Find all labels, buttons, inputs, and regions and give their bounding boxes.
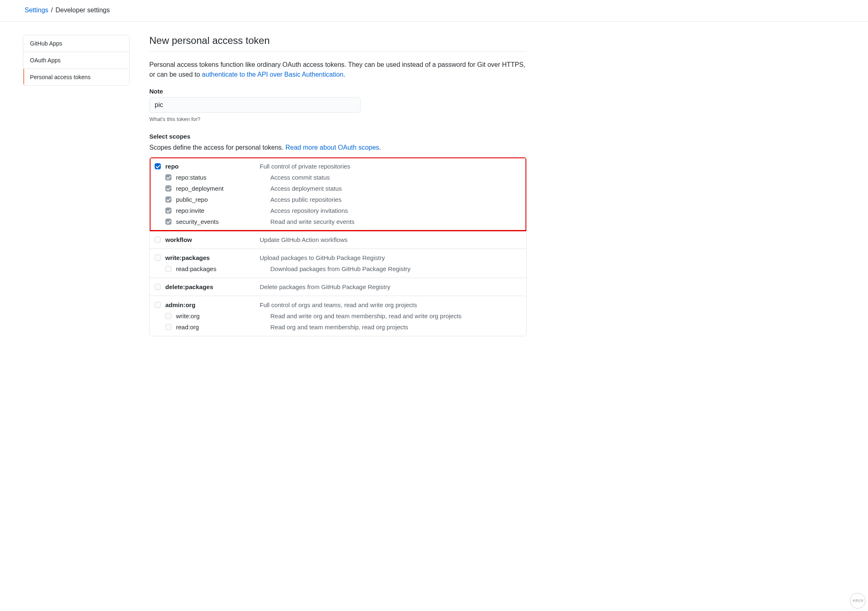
scopes-readmore-link[interactable]: Read more about OAuth scopes	[286, 144, 379, 151]
scope-desc: Full control of private repositories	[260, 163, 521, 170]
scope-name: security_events	[176, 218, 270, 225]
scope-checkbox-write-org[interactable]	[165, 313, 171, 319]
scope-group-write-packages: write:packagesUpload packages to GitHub …	[150, 249, 526, 278]
scope-name: public_repo	[176, 196, 270, 203]
scope-checkbox-delete-packages[interactable]	[155, 284, 161, 290]
scope-desc: Download packages from GitHub Package Re…	[270, 265, 521, 272]
scope-row-admin-org: admin:orgFull control of orgs and teams,…	[155, 299, 521, 310]
scope-checkbox-repo-status	[165, 174, 171, 180]
main-content: New personal access token Personal acces…	[149, 35, 527, 336]
scope-row-write-org: write:orgRead and write org and team mem…	[155, 310, 521, 321]
select-scopes-heading: Select scopes	[149, 133, 527, 140]
scope-desc: Upload packages to GitHub Package Regist…	[260, 254, 521, 261]
scope-row-repo-status: repo:statusAccess commit status	[155, 172, 521, 183]
scope-row-delete-packages: delete:packagesDelete packages from GitH…	[155, 281, 521, 292]
note-input[interactable]	[149, 97, 361, 113]
scope-checkbox-read-packages[interactable]	[165, 266, 171, 272]
note-label: Note	[149, 88, 527, 95]
scope-checkbox-repo-deployment	[165, 185, 171, 192]
note-hint: What's this token for?	[149, 116, 527, 122]
scope-desc: Access public repositories	[270, 196, 521, 203]
scope-group-delete-packages: delete:packagesDelete packages from GitH…	[150, 278, 526, 296]
scope-checkbox-repo[interactable]	[155, 163, 161, 169]
scope-name: write:org	[176, 312, 270, 319]
scope-checkbox-repo-invite	[165, 207, 171, 214]
scope-desc: Read and write org and team membership, …	[270, 312, 521, 319]
scope-checkbox-admin-org[interactable]	[155, 302, 161, 308]
scopes-intro-text: Scopes define the access for personal to…	[149, 144, 286, 151]
scope-row-read-org: read:orgRead org and team membership, re…	[155, 321, 521, 333]
scopes-intro: Scopes define the access for personal to…	[149, 144, 527, 151]
scope-row-write-packages: write:packagesUpload packages to GitHub …	[155, 252, 521, 263]
scope-desc: Update GitHub Action workflows	[260, 236, 521, 243]
scope-row-repo: repoFull control of private repositories	[155, 161, 521, 172]
scope-group-admin-org: admin:orgFull control of orgs and teams,…	[150, 296, 526, 336]
sidebar-item-personal-access-tokens[interactable]: Personal access tokens	[23, 69, 129, 85]
scope-name: repo:status	[176, 174, 270, 181]
breadcrumb-separator: /	[51, 7, 53, 14]
sidebar-item-oauth-apps[interactable]: OAuth Apps	[23, 52, 129, 69]
scope-desc: Read and write security events	[270, 218, 521, 225]
breadcrumb-root-link[interactable]: Settings	[25, 7, 48, 14]
scope-row-security-events: security_eventsRead and write security e…	[155, 216, 521, 227]
scope-name: delete:packages	[165, 283, 260, 290]
breadcrumb: Settings / Developer settings	[0, 0, 868, 22]
scope-desc: Access repository invitations	[270, 207, 521, 214]
scopes-intro-after: .	[379, 144, 381, 151]
scope-desc: Read org and team membership, read org p…	[270, 324, 521, 331]
scope-name: read:packages	[176, 265, 270, 272]
breadcrumb-current: Developer settings	[55, 7, 110, 14]
scope-name: read:org	[176, 324, 270, 331]
scope-row-public-repo: public_repoAccess public repositories	[155, 194, 521, 205]
scope-desc: Access commit status	[270, 174, 521, 181]
intro-text-after: .	[343, 71, 345, 78]
scope-desc: Full control of orgs and teams, read and…	[260, 301, 521, 308]
scope-name: workflow	[165, 236, 260, 243]
scope-checkbox-workflow[interactable]	[155, 237, 161, 243]
scope-desc: Delete packages from GitHub Package Regi…	[260, 283, 521, 290]
scope-name: admin:org	[165, 301, 260, 308]
scope-row-read-packages: read:packagesDownload packages from GitH…	[155, 263, 521, 274]
scope-checkbox-read-org[interactable]	[165, 324, 171, 330]
scope-group-workflow: workflowUpdate GitHub Action workflows	[150, 231, 526, 249]
scopes-box: repoFull control of private repositories…	[149, 157, 527, 336]
scope-checkbox-security-events	[165, 219, 171, 225]
sidebar-item-github-apps[interactable]: GitHub Apps	[23, 35, 129, 52]
scope-name: repo_deployment	[176, 185, 270, 192]
intro-paragraph: Personal access tokens function like ord…	[149, 60, 527, 80]
sidebar-nav: GitHub AppsOAuth AppsPersonal access tok…	[23, 35, 130, 86]
scope-group-repo: repoFull control of private repositories…	[150, 157, 526, 231]
scope-row-workflow: workflowUpdate GitHub Action workflows	[155, 234, 521, 245]
scope-row-repo-invite: repo:inviteAccess repository invitations	[155, 205, 521, 216]
scope-name: repo	[165, 163, 260, 170]
scope-row-repo-deployment: repo_deploymentAccess deployment status	[155, 183, 521, 194]
scope-checkbox-write-packages[interactable]	[155, 255, 161, 261]
scope-checkbox-public-repo	[165, 196, 171, 203]
intro-auth-link[interactable]: authenticate to the API over Basic Authe…	[202, 71, 343, 78]
page-title: New personal access token	[149, 35, 527, 52]
scope-desc: Access deployment status	[270, 185, 521, 192]
scope-name: repo:invite	[176, 207, 270, 214]
scope-name: write:packages	[165, 254, 260, 261]
